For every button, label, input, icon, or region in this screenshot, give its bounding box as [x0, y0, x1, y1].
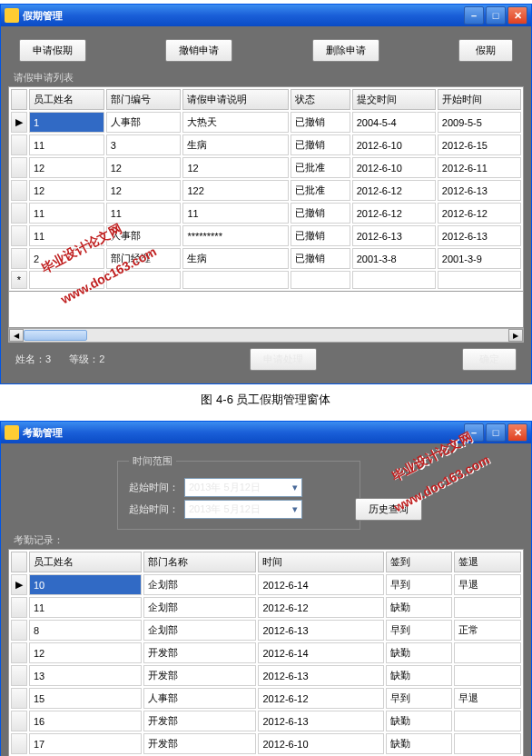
titlebar[interactable]: 考勤管理 – □ ✕ — [1, 422, 531, 443]
cell[interactable]: 13 — [29, 665, 142, 686]
cell[interactable]: 部门经理 — [106, 248, 182, 269]
cell[interactable]: 人事部 — [143, 688, 256, 709]
vacation-button[interactable]: 假期 — [458, 39, 513, 62]
table-row[interactable]: 111111已撤销2012-6-122012-6-12 — [11, 203, 521, 224]
table-row[interactable]: 2部门经理生病已撤销2001-3-82001-3-9 — [11, 248, 521, 269]
cell[interactable]: 2004-5-4 — [352, 112, 436, 133]
cell[interactable]: 早到 — [386, 620, 453, 641]
cell[interactable]: 早到 — [386, 574, 453, 595]
cell[interactable]: 2012-6-11 — [438, 157, 521, 178]
cell[interactable]: 2012-6-12 — [258, 597, 383, 618]
table-row[interactable]: 121212已批准2012-6-102012-6-11 — [11, 157, 521, 178]
close-button[interactable]: ✕ — [507, 6, 527, 25]
cell[interactable]: ********* — [182, 225, 288, 246]
cell[interactable]: 早到 — [386, 688, 453, 709]
cell[interactable]: 2012-6-10 — [352, 134, 436, 155]
table-row[interactable]: 1212122已批准2012-6-122012-6-13 — [11, 180, 521, 201]
cell[interactable]: 2012-6-13 — [258, 665, 383, 686]
row-header[interactable] — [11, 665, 27, 686]
row-header[interactable] — [11, 642, 27, 663]
cell[interactable]: 12 — [29, 642, 142, 663]
chevron-down-icon[interactable]: ▾ — [292, 503, 298, 515]
scroll-left-icon[interactable]: ◀ — [9, 329, 24, 342]
cell[interactable] — [454, 733, 521, 754]
col-header[interactable]: 请假申请说明 — [182, 89, 288, 110]
cell[interactable]: 已撤销 — [291, 203, 350, 224]
maximize-button[interactable]: □ — [486, 6, 506, 25]
row-header[interactable] — [11, 711, 27, 731]
cell[interactable]: 2012-6-13 — [352, 225, 436, 246]
cell[interactable]: 缺勤 — [386, 711, 453, 731]
table-row[interactable]: 15人事部2012-6-12早到早退 — [11, 688, 521, 709]
cell[interactable]: 2012-6-14 — [258, 574, 383, 595]
cell[interactable] — [454, 597, 521, 618]
cell[interactable]: 11 — [106, 203, 182, 224]
table-row[interactable]: 11人事部*********已撤销2012-6-132012-6-13 — [11, 225, 521, 246]
cell[interactable]: 122 — [182, 180, 288, 201]
cell[interactable]: 2012-6-12 — [438, 203, 521, 224]
col-header[interactable]: 员工姓名 — [29, 552, 142, 572]
cell[interactable]: 2012-6-10 — [258, 733, 383, 754]
cell[interactable]: 8 — [29, 620, 142, 641]
row-header[interactable]: ▶ — [11, 574, 27, 595]
cell[interactable]: 11 — [29, 225, 104, 246]
cell[interactable]: 12 — [29, 157, 104, 178]
cell[interactable]: 开发部 — [143, 711, 256, 731]
cell[interactable]: 17 — [29, 733, 142, 754]
cell[interactable]: 1 — [29, 112, 104, 133]
table-row[interactable]: 11企划部2012-6-12缺勤 — [11, 597, 521, 618]
delete-apply-button[interactable]: 删除申请 — [312, 39, 379, 62]
cell[interactable]: 12 — [106, 180, 182, 201]
cell[interactable]: 2012-6-13 — [438, 225, 521, 246]
table-row[interactable]: ▶10企划部2012-6-14早到早退 — [11, 574, 521, 595]
col-header[interactable]: 签退 — [454, 552, 521, 572]
cell[interactable]: 正常 — [454, 620, 521, 641]
row-header[interactable] — [11, 597, 27, 618]
cell[interactable]: 2012-6-12 — [352, 180, 436, 201]
apply-vacation-button[interactable]: 申请假期 — [19, 39, 86, 62]
end-date-picker[interactable]: 2013年 5月12日▾ — [184, 500, 302, 519]
cell[interactable]: 已撤销 — [291, 225, 350, 246]
col-header[interactable]: 员工姓名 — [29, 89, 104, 110]
scroll-right-icon[interactable]: ▶ — [508, 329, 523, 342]
col-header[interactable]: 签到 — [386, 552, 453, 572]
cell[interactable]: 2001-3-9 — [438, 248, 521, 269]
row-header[interactable] — [11, 157, 27, 178]
col-header[interactable]: 提交时间 — [352, 89, 436, 110]
cell[interactable]: 2012-6-13 — [258, 711, 383, 731]
cell[interactable]: 生病 — [182, 248, 288, 269]
cell[interactable]: 2012-6-15 — [438, 134, 521, 155]
start-date-picker[interactable]: 2013年 5月12日▾ — [184, 478, 302, 497]
cell[interactable]: 企划部 — [143, 574, 256, 595]
chevron-down-icon[interactable]: ▾ — [292, 482, 298, 493]
scroll-thumb[interactable] — [24, 330, 87, 341]
cell[interactable]: 开发部 — [143, 665, 256, 686]
col-header[interactable]: 时间 — [258, 552, 383, 572]
h-scrollbar[interactable]: ◀ ▶ — [8, 328, 524, 343]
table-row[interactable]: 12开发部2012-6-14缺勤 — [11, 642, 521, 663]
cell[interactable]: 2012-6-13 — [438, 180, 521, 201]
cell[interactable]: 2012-6-10 — [352, 157, 436, 178]
cell[interactable] — [454, 665, 521, 686]
col-header[interactable]: 部门编号 — [106, 89, 182, 110]
cell[interactable]: 开发部 — [143, 642, 256, 663]
cell[interactable]: 11 — [29, 203, 104, 224]
cell[interactable]: 已撤销 — [291, 112, 350, 133]
cell[interactable]: 12 — [182, 157, 288, 178]
table-row[interactable]: 16开发部2012-6-13缺勤 — [11, 711, 521, 731]
minimize-button[interactable]: – — [464, 423, 484, 442]
titlebar[interactable]: 假期管理 – □ ✕ — [1, 5, 531, 26]
cell[interactable]: 2012-6-12 — [352, 203, 436, 224]
cell[interactable]: 已批准 — [291, 180, 350, 201]
cell[interactable]: 11 — [182, 203, 288, 224]
col-header[interactable]: 状态 — [291, 89, 350, 110]
table-row[interactable]: 113生病已撤销2012-6-102012-6-15 — [11, 134, 521, 155]
row-header[interactable] — [11, 620, 27, 641]
cell[interactable]: 12 — [29, 180, 104, 201]
ok-button[interactable]: 确定 — [462, 348, 517, 371]
table-row[interactable]: ▶1人事部大热天已撤销2004-5-42009-5-5 — [11, 112, 521, 133]
cell[interactable]: 早退 — [454, 688, 521, 709]
cell[interactable]: 生病 — [182, 134, 288, 155]
new-row-marker[interactable]: * — [11, 271, 27, 289]
cell[interactable]: 11 — [29, 597, 142, 618]
